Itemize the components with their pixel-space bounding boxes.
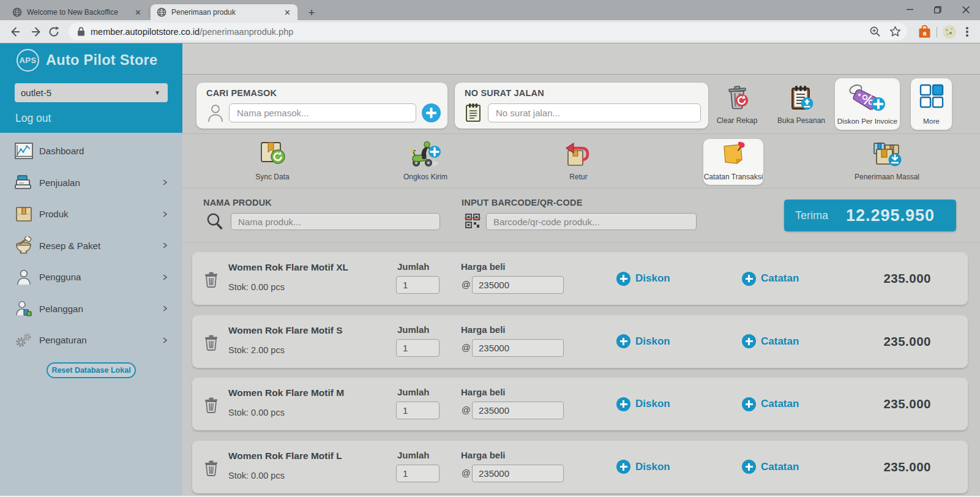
catatan-label: Catatan <box>761 461 799 473</box>
logout-link[interactable]: Log out <box>15 112 51 125</box>
tool-label: Sync Data <box>239 173 306 181</box>
sync-data-button[interactable]: Sync Data <box>239 140 306 181</box>
terima-button[interactable]: Terima 12.295.950 <box>784 200 956 231</box>
sidebar-item-penjualan[interactable]: Penjualan <box>0 167 182 199</box>
add-diskon-button[interactable]: Diskon <box>616 315 670 368</box>
nama-produk-input[interactable]: Nama produk... <box>231 213 440 230</box>
catatan-label: Catatan <box>761 335 799 348</box>
diskon-label: Diskon <box>635 461 670 473</box>
add-catatan-button[interactable]: Catatan <box>742 378 799 430</box>
sidebar-item-pengaturan[interactable]: Pengaturan <box>0 324 182 356</box>
price-input[interactable]: 235000 <box>472 402 564 419</box>
at-sign: @ <box>462 468 471 478</box>
jumlah-label: Jumlah <box>397 324 430 335</box>
sidebar-item-dashboard[interactable]: Dashboard <box>0 135 182 167</box>
add-diskon-button[interactable]: Diskon <box>616 441 670 493</box>
tab-close-icon[interactable]: ✕ <box>133 7 143 18</box>
bookmark-star-icon[interactable] <box>889 26 901 37</box>
extension-bag-icon[interactable]: a <box>918 25 931 39</box>
tab-welcome-backoffice[interactable]: Welcome to New Backoffice ✕ <box>6 4 148 20</box>
quantity-input[interactable]: 1 <box>396 339 440 357</box>
minimize-button[interactable] <box>896 0 924 19</box>
nama-pemasok-input[interactable]: Nama pemasok... <box>229 103 416 122</box>
more-button[interactable]: More <box>911 78 952 130</box>
terima-label: Terima <box>795 209 828 222</box>
jumlah-label: Jumlah <box>397 261 430 272</box>
chevron-right-icon <box>162 306 168 312</box>
tab-penerimaan-produk[interactable]: Penerimaan produk ✕ <box>151 4 297 20</box>
sidebar-item-pelanggan[interactable]: Pelanggan <box>0 293 182 325</box>
sidebar-item-pengguna[interactable]: Pengguna <box>0 261 182 293</box>
back-button[interactable] <box>9 26 21 38</box>
clipboard-upload-icon <box>787 84 815 112</box>
reset-database-button[interactable]: Reset Database Lokal <box>47 362 136 378</box>
address-bar[interactable]: member.autopilotstore.co.id/penerimaanpr… <box>69 23 907 40</box>
ongkos-kirim-button[interactable]: Ongkos Kirim <box>392 140 459 181</box>
at-sign: @ <box>462 280 471 290</box>
no-surat-jalan-input[interactable]: No surat jalan... <box>488 103 701 122</box>
product-row: Women Rok Flare Motif L Stok: 0.00 pcs J… <box>192 441 968 493</box>
reload-button[interactable] <box>48 26 60 38</box>
diskon-per-invoice-button[interactable]: Diskon Per Invoice <box>835 78 900 130</box>
delete-row-icon[interactable] <box>204 460 218 476</box>
action-label: Buka Pesanan <box>768 116 835 125</box>
lock-icon <box>77 27 85 36</box>
outlet-select[interactable]: outlet-5 ▼ <box>15 83 168 102</box>
add-diskon-button[interactable]: Diskon <box>616 378 670 430</box>
forward-button[interactable] <box>31 26 43 38</box>
tab-title: Penerimaan produk <box>171 8 282 17</box>
price-input[interactable]: 235000 <box>472 465 564 482</box>
zoom-icon[interactable] <box>869 26 881 37</box>
tab-close-icon[interactable]: ✕ <box>282 7 293 18</box>
sidebar-item-label: Produk <box>39 209 69 219</box>
product-name: Women Rok Flare Motif L <box>228 450 342 461</box>
clear-rekap-button[interactable]: Clear Rekap <box>703 84 771 125</box>
buka-pesanan-button[interactable]: Buka Pesanan <box>768 84 835 125</box>
add-catatan-button[interactable]: Catatan <box>742 441 799 493</box>
harga-beli-label: Harga beli <box>461 261 506 272</box>
quantity-input[interactable]: 1 <box>396 276 440 294</box>
aps-logo: APS <box>17 49 39 72</box>
sidebar: APS Auto Pilot Store outlet-5 ▼ Log out … <box>0 43 182 497</box>
add-diskon-button[interactable]: Diskon <box>616 252 670 305</box>
barcode-label: INPUT BARCODE/QR-CODE <box>462 198 583 207</box>
search-icon <box>206 212 223 230</box>
harga-beli-label: Harga beli <box>461 450 506 460</box>
row-subtotal: 235.000 <box>883 378 931 430</box>
sidebar-item-resep-paket[interactable]: Resep & Paket <box>0 230 182 262</box>
toolbar-separator <box>937 27 937 37</box>
quantity-input[interactable]: 1 <box>396 402 440 419</box>
browser-menu-icon[interactable] <box>962 26 973 37</box>
delete-row-icon[interactable] <box>204 335 218 351</box>
price-input[interactable]: 235000 <box>472 276 564 294</box>
product-stock: Stok: 0.00 pcs <box>228 408 285 417</box>
action-label: Diskon Per Invoice <box>835 117 900 125</box>
delete-row-icon[interactable] <box>204 397 218 413</box>
close-button[interactable] <box>952 0 980 19</box>
harga-beli-label: Harga beli <box>461 387 506 397</box>
maximize-button[interactable] <box>924 0 952 19</box>
quantity-input[interactable]: 1 <box>396 465 440 482</box>
diskon-label: Diskon <box>635 272 670 285</box>
sidebar-item-produk[interactable]: Produk <box>0 198 182 230</box>
globe-favicon <box>12 7 22 17</box>
app-page: APS Auto Pilot Store outlet-5 ▼ Log out … <box>0 43 980 497</box>
retur-button[interactable]: Retur <box>545 140 612 181</box>
penerimaan-massal-button[interactable]: Penerimaan Massal <box>853 140 921 181</box>
toolbar-right: a <box>918 23 976 41</box>
plus-circle-icon <box>742 334 756 348</box>
delete-row-icon[interactable] <box>204 272 218 288</box>
row-subtotal: 235.000 <box>883 441 931 493</box>
catatan-transaksi-button[interactable]: Catatan Transaksi <box>700 140 767 181</box>
add-supplier-button[interactable] <box>422 103 441 122</box>
profile-avatar[interactable] <box>943 25 956 39</box>
add-catatan-button[interactable]: Catatan <box>742 252 799 305</box>
price-input[interactable]: 235000 <box>472 339 564 357</box>
new-tab-button[interactable]: + <box>304 5 320 21</box>
row-subtotal: 235.000 <box>883 252 931 305</box>
diskon-label: Diskon <box>635 398 670 410</box>
plus-circle-icon <box>616 272 630 286</box>
product-name: Women Rok Flare Motif S <box>228 325 343 336</box>
add-catatan-button[interactable]: Catatan <box>742 315 799 368</box>
barcode-input[interactable]: Barcode/qr-code produk... <box>486 213 697 230</box>
